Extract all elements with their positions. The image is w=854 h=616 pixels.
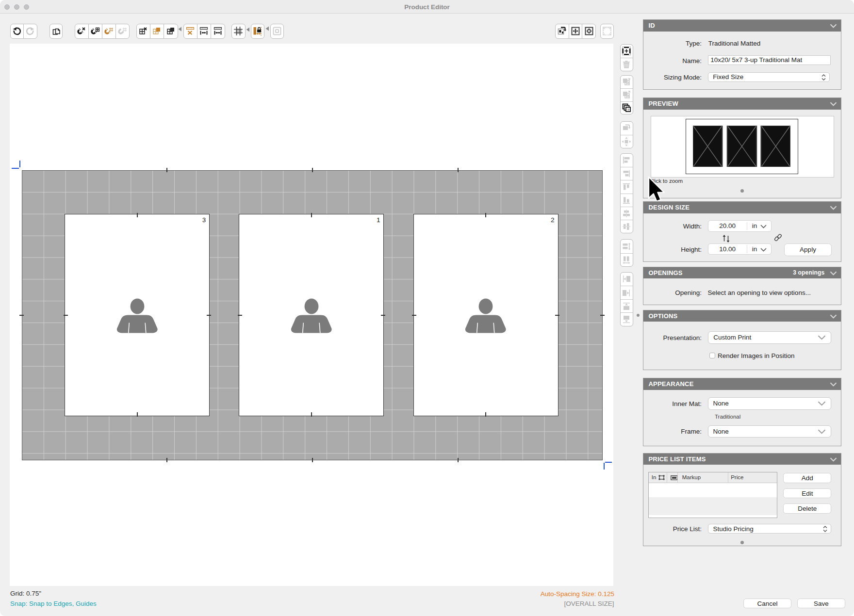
svg-text:3: 3 [627, 95, 629, 98]
svg-text:?: ? [627, 108, 629, 112]
svg-text:3: 3 [627, 82, 629, 85]
